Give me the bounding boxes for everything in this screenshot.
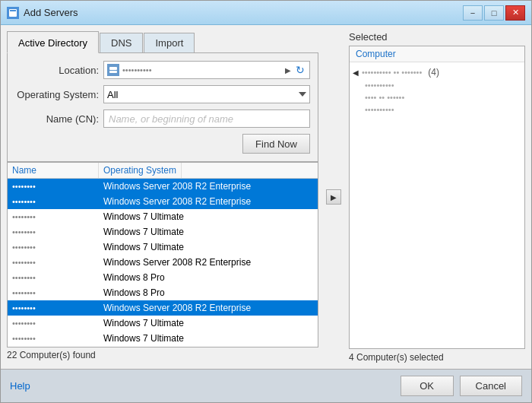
computer-list: Name Operating System ••••••••Windows Se… [7, 162, 318, 347]
svg-rect-2 [109, 67, 117, 70]
right-panel: Selected Computer ◀ •••••••••• •• ••••••… [349, 31, 525, 363]
name-cell: •••••••• [8, 258, 99, 267]
help-link[interactable]: Help [10, 380, 30, 392]
tree-root-label: •••••••••• •• ••••••• [362, 68, 422, 77]
list-row[interactable]: ••••••••Windows 7 Ultimate [8, 331, 318, 346]
name-cell: •••••••• [8, 243, 99, 252]
os-row: Operating System: All [15, 85, 310, 103]
name-cell: •••••••• [8, 273, 99, 282]
name-row: Name (CN): [15, 109, 310, 128]
os-select[interactable]: All [103, 85, 310, 103]
list-row[interactable]: ••••••••Windows Server 2008 R2 Enterpris… [8, 300, 318, 316]
list-row[interactable]: ••••••••Windows Server 2008 R2 Enterpris… [8, 255, 318, 270]
tree-child-item[interactable]: •••••••••• [365, 103, 521, 116]
selected-tree[interactable]: Computer ◀ •••••••••• •• ••••••• (4) •••… [349, 46, 525, 349]
find-now-button[interactable]: Find Now [242, 134, 310, 154]
tab-import[interactable]: Import [144, 33, 195, 52]
tab-dns[interactable]: DNS [100, 33, 143, 52]
os-cell: Windows 7 Ultimate [99, 242, 318, 252]
tree-count: (4) [428, 67, 439, 78]
name-cell: •••••••• [8, 334, 99, 343]
restore-button[interactable]: □ [484, 5, 504, 21]
list-row[interactable]: ••••••••Windows 7 Ultimate [8, 316, 318, 331]
name-cell: •••••••• [8, 197, 99, 206]
selected-status: 4 Computer(s) selected [349, 352, 525, 363]
tab-bar: Active Directory DNS Import [7, 31, 318, 53]
name-cell: •••••••• [8, 212, 99, 221]
find-now-row: Find Now [15, 134, 310, 154]
os-cell: Windows Server 2008 R2 Enterprise [99, 303, 318, 313]
title-bar: Add Servers − □ ✕ [1, 1, 531, 25]
list-row[interactable]: ••••••••Windows 8 Pro [8, 285, 318, 300]
os-label: Operating System: [15, 89, 99, 100]
os-cell: Windows 8 Pro [99, 287, 318, 298]
arrow-col: ▶ [325, 31, 343, 363]
cancel-button[interactable]: Cancel [460, 376, 522, 396]
close-button[interactable]: ✕ [505, 5, 525, 21]
main-content: Active Directory DNS Import Location: [1, 25, 531, 369]
location-expand-icon[interactable]: ▶ [285, 66, 291, 75]
list-row[interactable]: ••••••••Windows 8 Pro [8, 270, 318, 285]
location-row: Location: •••••••••• ▶ ↻ [15, 61, 310, 79]
ok-button[interactable]: OK [401, 376, 454, 396]
tree-children: •••••••••••••• •• •••••••••••••••• [353, 79, 521, 116]
name-cell: •••••••• [8, 303, 99, 313]
add-to-selected-button[interactable]: ▶ [326, 189, 341, 205]
window-title: Add Servers [24, 7, 78, 18]
left-panel: Active Directory DNS Import Location: [7, 31, 318, 363]
add-servers-window: Add Servers − □ ✕ Active Directory DNS I… [0, 0, 532, 403]
app-icon [7, 7, 19, 19]
os-cell: Windows Server 2008 R2 Enterprise [99, 181, 318, 192]
os-cell: Windows 7 Ultimate [99, 333, 318, 344]
list-row[interactable]: ••••••••Windows Server 2008 R2 Enterpris… [8, 179, 318, 194]
bottom-buttons: OK Cancel [401, 376, 522, 396]
location-server-icon [107, 64, 119, 76]
location-text: •••••••••• [122, 65, 282, 75]
name-cell: •••••••• [8, 227, 99, 236]
location-box[interactable]: •••••••••• ▶ ↻ [103, 61, 310, 79]
list-header: Name Operating System [8, 163, 318, 179]
os-cell: Windows 7 Ultimate [99, 318, 318, 328]
tree-collapse-icon[interactable]: ◀ [353, 68, 359, 77]
list-row[interactable]: ••••••••Windows 7 Ultimate [8, 240, 318, 255]
tree-child-item[interactable]: •••• •• •••••• [365, 91, 521, 103]
os-cell: Windows 7 Ultimate [99, 227, 318, 237]
form-area: Location: •••••••••• ▶ ↻ Operating Syste… [7, 53, 318, 162]
os-column-header: Operating System [99, 163, 182, 178]
tab-active-directory[interactable]: Active Directory [7, 31, 99, 53]
window-controls: − □ ✕ [463, 5, 525, 21]
svg-rect-3 [109, 71, 117, 73]
name-cell: •••••••• [8, 319, 99, 328]
name-cell: •••••••• [8, 182, 99, 191]
svg-rect-1 [10, 10, 16, 11]
list-row[interactable]: ••••••••Windows Server 2008 R2 Enterpris… [8, 194, 318, 209]
list-status: 22 Computer(s) found [7, 347, 318, 363]
name-cell: •••••••• [8, 288, 99, 297]
list-body[interactable]: ••••••••Windows Server 2008 R2 Enterpris… [8, 179, 318, 347]
tree-child-item[interactable]: •••••••••• [365, 79, 521, 91]
list-row[interactable]: ••••• •••••Windows 8 Pro [8, 346, 318, 347]
bottom-bar: Help OK Cancel [1, 369, 531, 402]
tree-root-item[interactable]: ◀ •••••••••• •• ••••••• (4) [353, 65, 521, 79]
name-column-header: Name [8, 163, 99, 178]
os-cell: Windows Server 2008 R2 Enterprise [99, 257, 318, 268]
os-cell: Windows 8 Pro [99, 272, 318, 283]
list-row[interactable]: ••••••••Windows 7 Ultimate [8, 209, 318, 224]
os-cell: Windows Server 2008 R2 Enterprise [99, 196, 318, 207]
computer-col-header: Computer [350, 46, 524, 62]
title-bar-left: Add Servers [7, 7, 78, 19]
location-refresh-icon[interactable]: ↻ [294, 64, 306, 76]
list-row[interactable]: ••••••••Windows 7 Ultimate [8, 224, 318, 240]
selected-label: Selected [349, 31, 525, 43]
name-label: Name (CN): [15, 113, 99, 125]
tree-content: ◀ •••••••••• •• ••••••• (4) ••••••••••••… [350, 62, 524, 119]
os-cell: Windows 7 Ultimate [99, 211, 318, 222]
minimize-button[interactable]: − [463, 5, 483, 21]
location-label: Location: [15, 65, 99, 76]
name-input[interactable] [103, 109, 310, 128]
